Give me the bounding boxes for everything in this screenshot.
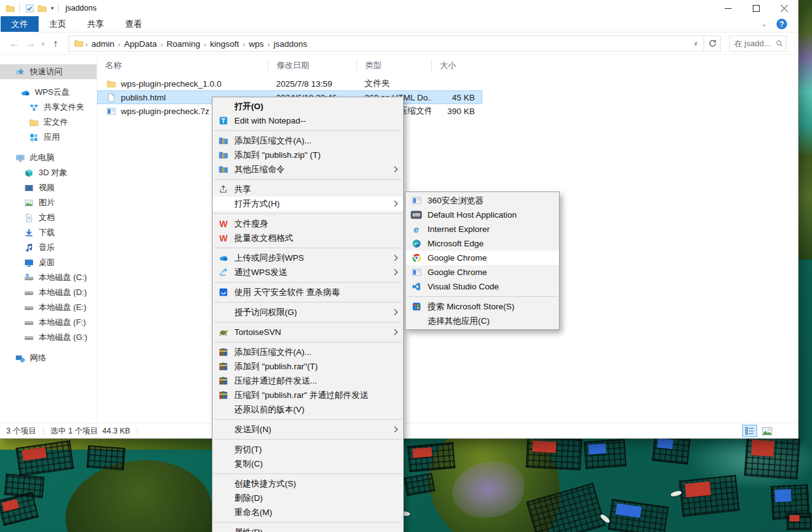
file-row-0[interactable]: wps-plugin-precheck_1.0.02025/7/8 13:59文… bbox=[97, 77, 482, 90]
sidebar-item-7[interactable]: 视频 bbox=[0, 180, 97, 195]
context-menu-item-19[interactable]: 发送到(N) bbox=[213, 422, 403, 437]
context-menu-item-17[interactable]: 压缩到 "publish.rar" 并通过邮件发送 bbox=[213, 388, 403, 402]
context-menu-item-15[interactable]: 添加到 "publish.rar"(T) bbox=[213, 359, 403, 374]
sidebar-item-5[interactable]: 此电脑 bbox=[0, 150, 97, 165]
context-menu-item-0[interactable]: 打开(O) bbox=[213, 99, 403, 114]
menu-item-label: 打开方式(H) bbox=[234, 198, 390, 210]
thumbnail-view-button[interactable] bbox=[760, 425, 775, 437]
open-with-item-7[interactable]: 搜索 Microsoft Store(S) bbox=[406, 299, 559, 314]
context-menu-item-18[interactable]: 还原以前的版本(V) bbox=[213, 402, 403, 417]
search-input[interactable] bbox=[733, 38, 776, 49]
up-button[interactable]: ↑ bbox=[47, 38, 64, 49]
breadcrumb-item-5[interactable]: jsaddons bbox=[270, 39, 310, 49]
winrar-icon bbox=[217, 390, 229, 400]
ribbon-tab-view[interactable]: 查看 bbox=[115, 16, 153, 32]
context-menu-item-4[interactable]: 其他压缩命令 bbox=[213, 162, 403, 177]
breadcrumb-item-4[interactable]: wps bbox=[246, 39, 267, 49]
menu-item-label: 批量改文档格式 bbox=[234, 233, 398, 244]
sidebar-item-6[interactable]: 3D 对象 bbox=[0, 165, 97, 180]
context-menu-item-10[interactable]: 通过WPS发送 bbox=[213, 265, 403, 279]
open-with-item-1[interactable]: vmDefault Host Application bbox=[406, 208, 559, 222]
submenu-arrow-icon bbox=[394, 269, 398, 276]
open-with-item-6[interactable]: Visual Studio Code bbox=[406, 279, 559, 294]
sidebar-item-8[interactable]: 图片 bbox=[0, 195, 97, 210]
sidebar-item-14[interactable]: 本地磁盘 (D:) bbox=[0, 285, 97, 300]
ribbon-tab-home[interactable]: 主页 bbox=[39, 16, 77, 32]
sidebar-item-3[interactable]: 宏文件 bbox=[0, 115, 97, 130]
context-menu-item-9[interactable]: 上传或同步到WPS bbox=[213, 251, 403, 265]
context-menu-item-7[interactable]: W文件瘦身 bbox=[213, 216, 403, 231]
open-with-item-2[interactable]: eInternet Explorer bbox=[406, 222, 559, 236]
context-menu-item-24[interactable]: 重命名(M) bbox=[213, 505, 403, 520]
context-menu-item-22[interactable]: 创建快捷方式(S) bbox=[213, 476, 403, 491]
context-menu-item-11[interactable]: 使用 天守安全软件 查杀病毒 bbox=[213, 285, 403, 299]
sidebar-item-0[interactable]: 快速访问 bbox=[0, 64, 97, 79]
context-menu-item-13[interactable]: TortoiseSVN bbox=[213, 325, 403, 339]
qat-new-folder-icon[interactable] bbox=[36, 3, 48, 14]
maximize-button[interactable] bbox=[742, 0, 770, 16]
submenu-arrow-icon bbox=[394, 254, 398, 261]
documents-icon bbox=[22, 213, 35, 223]
sidebar-item-13[interactable]: 本地磁盘 (C:) bbox=[0, 270, 97, 285]
qat-dropdown-icon[interactable]: ▼ bbox=[50, 6, 55, 11]
disk-windows-icon bbox=[22, 273, 35, 283]
address-dropdown-icon[interactable]: ∨ bbox=[688, 40, 704, 47]
qat-properties-icon[interactable] bbox=[23, 3, 36, 14]
context-menu-item-23[interactable]: 删除(D) bbox=[213, 491, 403, 505]
ribbon-tab-share[interactable]: 共享 bbox=[77, 16, 115, 32]
ribbon-tab-file[interactable]: 文件 bbox=[1, 16, 39, 32]
sidebar-item-17[interactable]: 本地磁盘 (G:) bbox=[0, 330, 97, 345]
sidebar-item-2[interactable]: 共享文件夹 bbox=[0, 100, 97, 115]
breadcrumb-item-0[interactable]: admin bbox=[88, 39, 118, 49]
context-menu-item-12[interactable]: 授予访问权限(G) bbox=[213, 305, 403, 319]
back-button[interactable]: ← bbox=[6, 38, 22, 49]
context-menu-item-6[interactable]: 打开方式(H) bbox=[213, 196, 403, 211]
open-with-item-4[interactable]: Google Chrome bbox=[406, 251, 559, 265]
details-view-button[interactable] bbox=[742, 425, 757, 437]
breadcrumb-item-1[interactable]: AppData bbox=[121, 39, 160, 49]
sidebar-item-15[interactable]: 本地磁盘 (E:) bbox=[0, 300, 97, 315]
menu-item-label: 属性(R) bbox=[234, 527, 398, 532]
refresh-icon[interactable] bbox=[704, 36, 721, 52]
open-with-item-8[interactable]: 选择其他应用(C) bbox=[406, 314, 559, 328]
menu-item-label: 压缩到 "publish.rar" 并通过邮件发送 bbox=[234, 390, 398, 401]
breadcrumb-item-3[interactable]: kingsoft bbox=[207, 39, 242, 49]
sidebar-item-16[interactable]: 本地磁盘 (F:) bbox=[0, 315, 97, 330]
forward-button[interactable]: → bbox=[22, 38, 39, 49]
apps-grid-icon bbox=[27, 132, 40, 143]
context-menu-item-2[interactable]: 添加到压缩文件(A)... bbox=[213, 133, 403, 148]
context-menu-item-21[interactable]: 复制(C) bbox=[213, 457, 403, 471]
sidebar-item-12[interactable]: 桌面 bbox=[0, 255, 97, 270]
context-menu-item-20[interactable]: 剪切(T) bbox=[213, 442, 403, 457]
context-menu-item-1[interactable]: Edit with Notepad-- bbox=[213, 114, 403, 128]
history-dropdown-icon[interactable]: ∨ bbox=[39, 41, 47, 47]
no-icon bbox=[217, 404, 229, 415]
column-header-type[interactable]: 类型 bbox=[356, 60, 431, 70]
breadcrumb-item-2[interactable]: Roaming bbox=[163, 39, 203, 49]
sidebar-item-4[interactable]: 应用 bbox=[0, 130, 97, 145]
help-icon[interactable]: ? bbox=[776, 19, 787, 29]
column-header-name[interactable]: 名称 bbox=[97, 60, 268, 70]
minimize-button[interactable] bbox=[714, 0, 742, 16]
context-menu-item-3[interactable]: 添加到 "publish.zip" (T) bbox=[213, 148, 403, 162]
sidebar-item-18[interactable]: 网络 bbox=[0, 351, 97, 365]
open-with-item-3[interactable]: Microsoft Edge bbox=[406, 236, 559, 251]
context-menu-item-5[interactable]: 共享 bbox=[213, 182, 403, 196]
window-folder-icon bbox=[4, 3, 16, 14]
sidebar-item-11[interactable]: 音乐 bbox=[0, 240, 97, 255]
sidebar-item-1[interactable]: WPS云盘 bbox=[0, 85, 97, 100]
column-header-size[interactable]: 大小 bbox=[431, 60, 481, 70]
sidebar-item-10[interactable]: 下载 bbox=[0, 225, 97, 240]
context-menu-item-8[interactable]: W批量改文档格式 bbox=[213, 231, 403, 245]
context-menu-item-14[interactable]: 添加到压缩文件(A)... bbox=[213, 345, 403, 359]
chevron-down-icon[interactable]: ⌄ bbox=[762, 20, 767, 28]
menu-item-label: 重命名(M) bbox=[234, 507, 398, 518]
context-menu-item-16[interactable]: 压缩并通过邮件发送... bbox=[213, 374, 403, 388]
address-bar[interactable]: ›admin›AppData›Roaming›kingsoft›wps›jsad… bbox=[69, 36, 704, 52]
menu-item-label: TortoiseSVN bbox=[234, 327, 390, 337]
context-menu-item-25[interactable]: 属性(R) bbox=[213, 525, 403, 532]
open-with-item-0[interactable]: 360安全浏览器 bbox=[406, 193, 559, 208]
sidebar-item-9[interactable]: 文档 bbox=[0, 210, 97, 225]
open-with-item-5[interactable]: Google Chrome bbox=[406, 265, 559, 279]
close-button[interactable] bbox=[770, 0, 798, 16]
